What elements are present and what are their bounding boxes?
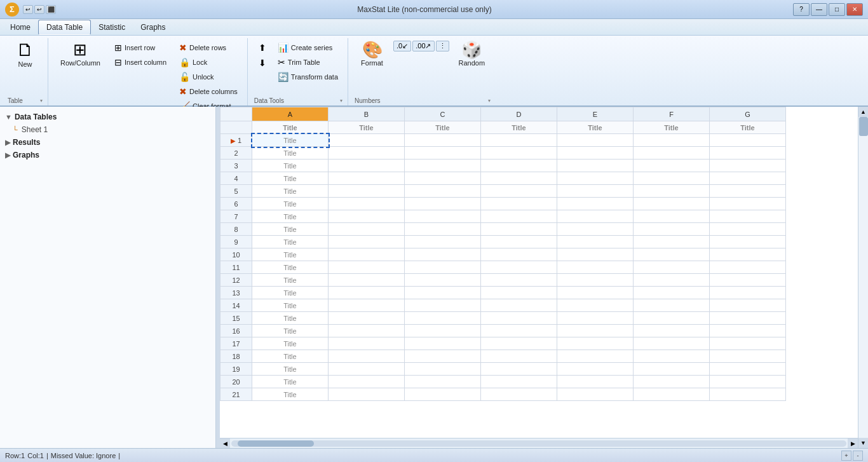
cell-A16[interactable]: Title: [252, 325, 329, 337]
col-header-A[interactable]: A: [252, 107, 329, 121]
cell-F4[interactable]: [634, 172, 710, 185]
cell-A19[interactable]: Title: [252, 363, 329, 376]
undo-button[interactable]: ↩: [23, 5, 33, 14]
cell-A17[interactable]: Title: [252, 337, 329, 350]
cell-B9[interactable]: [329, 236, 405, 248]
cell-C10[interactable]: [405, 248, 481, 261]
sort-desc-button[interactable]: ⬇: [254, 56, 271, 70]
cell-B18[interactable]: [329, 350, 405, 363]
h-scroll-bar[interactable]: ◀ ▶: [220, 438, 858, 448]
cell-G8[interactable]: [710, 223, 786, 236]
cell-D11[interactable]: [481, 261, 557, 274]
menu-home[interactable]: Home: [3, 20, 38, 34]
col-header-G[interactable]: G: [710, 107, 786, 121]
cell-F12[interactable]: [634, 274, 710, 287]
cell-B1[interactable]: [329, 134, 405, 147]
increase-decimal-button[interactable]: .00↗: [412, 41, 434, 51]
cell-G19[interactable]: [710, 363, 786, 376]
cell-E21[interactable]: [557, 388, 634, 401]
cell-D12[interactable]: [481, 274, 557, 287]
cell-B2[interactable]: [329, 147, 405, 160]
cell-F6[interactable]: [634, 198, 710, 210]
cell-B16[interactable]: [329, 325, 405, 337]
cell-F20[interactable]: [634, 376, 710, 388]
row-number-19[interactable]: 19: [220, 363, 252, 376]
cell-D3[interactable]: [481, 160, 557, 172]
row-number-15[interactable]: 15: [220, 312, 252, 325]
cell-D20[interactable]: [481, 376, 557, 388]
cell-C21[interactable]: [405, 388, 481, 401]
cell-B14[interactable]: [329, 299, 405, 312]
cell-G15[interactable]: [710, 312, 786, 325]
cell-D7[interactable]: [481, 210, 557, 223]
cell-G13[interactable]: [710, 287, 786, 299]
cell-C11[interactable]: [405, 261, 481, 274]
h-scroll-right-btn[interactable]: ▶: [848, 438, 858, 449]
cell-E7[interactable]: [557, 210, 634, 223]
cell-B11[interactable]: [329, 261, 405, 274]
cell-F8[interactable]: [634, 223, 710, 236]
cell-D16[interactable]: [481, 325, 557, 337]
unlock-button[interactable]: 🔓 Unlock: [175, 70, 242, 84]
minimize-button[interactable]: —: [811, 3, 827, 16]
cell-D2[interactable]: [481, 147, 557, 160]
cell-C2[interactable]: [405, 147, 481, 160]
sidebar-item-sheet1[interactable]: └ Sheet 1: [0, 123, 215, 136]
row-column-button[interactable]: ⊞ Row/Column: [55, 38, 106, 70]
cell-E20[interactable]: [557, 376, 634, 388]
cell-A4[interactable]: Title: [252, 172, 329, 185]
row-number-18[interactable]: 18: [220, 350, 252, 363]
cell-G20[interactable]: [710, 376, 786, 388]
cell-G4[interactable]: [710, 172, 786, 185]
cell-D15[interactable]: [481, 312, 557, 325]
cell-D13[interactable]: [481, 287, 557, 299]
new-button[interactable]: 🗋 New: [8, 38, 43, 71]
row-number-16[interactable]: 16: [220, 325, 252, 337]
row-number-1[interactable]: ▶ 1: [220, 134, 252, 147]
cell-E16[interactable]: [557, 325, 634, 337]
cell-B5[interactable]: [329, 185, 405, 198]
col-header-D[interactable]: D: [481, 107, 557, 121]
cell-C3[interactable]: [405, 160, 481, 172]
sidebar-item-data-tables[interactable]: ▼ Data Tables: [0, 111, 215, 123]
cell-D19[interactable]: [481, 363, 557, 376]
cell-D21[interactable]: [481, 388, 557, 401]
cell-B19[interactable]: [329, 363, 405, 376]
separator-button[interactable]: ⋮: [436, 41, 449, 51]
cell-A14[interactable]: Title: [252, 299, 329, 312]
delete-rows-button[interactable]: ✖ Delete rows: [175, 41, 242, 55]
cell-D17[interactable]: [481, 337, 557, 350]
cell-A10[interactable]: Title: [252, 248, 329, 261]
cell-D14[interactable]: [481, 299, 557, 312]
row-number-10[interactable]: 10: [220, 248, 252, 261]
transform-data-button[interactable]: 🔄 Transform data: [273, 70, 342, 84]
row-number-9[interactable]: 9: [220, 236, 252, 248]
cell-G21[interactable]: [710, 388, 786, 401]
cell-G9[interactable]: [710, 236, 786, 248]
cell-E3[interactable]: [557, 160, 634, 172]
cell-G11[interactable]: [710, 261, 786, 274]
zoom-out-btn[interactable]: -: [853, 451, 863, 461]
cell-E5[interactable]: [557, 185, 634, 198]
cell-G7[interactable]: [710, 210, 786, 223]
cell-B20[interactable]: [329, 376, 405, 388]
row-number-12[interactable]: 12: [220, 274, 252, 287]
cell-D10[interactable]: [481, 248, 557, 261]
cell-E17[interactable]: [557, 337, 634, 350]
v-scroll-bar[interactable]: ▲ ▼: [858, 107, 868, 448]
cell-C19[interactable]: [405, 363, 481, 376]
cell-F17[interactable]: [634, 337, 710, 350]
row-number-3[interactable]: 3: [220, 160, 252, 172]
cell-A8[interactable]: Title: [252, 223, 329, 236]
cell-C8[interactable]: [405, 223, 481, 236]
table-group-expander[interactable]: ▾: [40, 98, 43, 104]
row-number-5[interactable]: 5: [220, 185, 252, 198]
cell-F5[interactable]: [634, 185, 710, 198]
cell-F13[interactable]: [634, 287, 710, 299]
decrease-decimal-button[interactable]: .0↙: [393, 41, 411, 51]
lock-button[interactable]: 🔒 Lock: [175, 55, 242, 69]
cell-A3[interactable]: Title: [252, 160, 329, 172]
cell-C1[interactable]: [405, 134, 481, 147]
col-title-D[interactable]: Title: [481, 121, 557, 134]
cell-C14[interactable]: [405, 299, 481, 312]
